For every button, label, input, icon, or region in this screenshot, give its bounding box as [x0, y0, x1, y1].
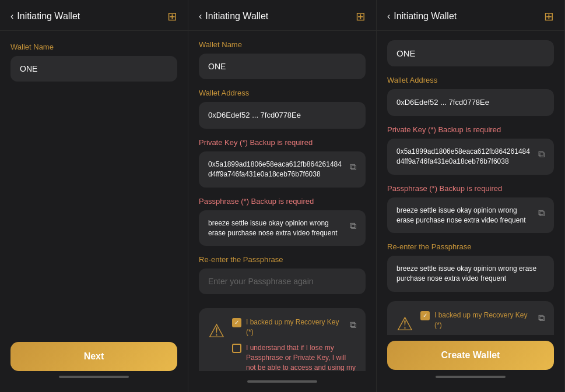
copy-private-key-icon-3[interactable]: ⧉	[538, 148, 545, 161]
passphrase-value-3: breeze settle issue okay opinion wrong e…	[396, 206, 534, 225]
checkbox-text-2: I understand that if I lose my Passphras…	[246, 343, 356, 371]
private-key-field-3: 0x5a1899ad1806e58eaca612fb864261484d4ff9…	[387, 139, 554, 175]
back-button-3[interactable]: ‹ Initiating Wallet	[387, 11, 457, 22]
checkbox-item-1[interactable]: I backed up my Recovery Key (*) ⧉	[232, 317, 356, 337]
panel-3: ‹ Initiating Wallet ⊞ ONE Wallet Address…	[377, 0, 565, 392]
panel-3-content: ONE Wallet Address 0xD6Edef52 ... 7fcd07…	[377, 31, 564, 335]
reenter-label-2: Re-enter the Passphrase	[199, 255, 366, 264]
copy-recovery-icon-3[interactable]: ⧉	[538, 312, 545, 324]
home-indicator-3	[436, 376, 506, 378]
private-key-label-2: Private Key (*) Backup is required	[199, 138, 366, 147]
checkbox-icon-3-1	[420, 311, 430, 320]
warning-icon-3: ⚠	[396, 313, 413, 335]
wallet-address-value-2: 0xD6Edef52 ... 7fcd0778Ee	[208, 110, 301, 121]
wallet-address-field-2: 0xD6Edef52 ... 7fcd0778Ee	[199, 102, 366, 129]
passphrase-field-3: breeze settle issue okay opinion wrong e…	[387, 197, 554, 234]
wallet-address-label-2: Wallet Address	[199, 89, 366, 97]
panel-1-content: Wallet Name ONE	[0, 31, 188, 330]
panel-3-header: ‹ Initiating Wallet ⊞	[377, 0, 564, 31]
reenter-label-3: Re-enter the Passphrase	[387, 242, 554, 251]
wallet-name-label-1: Wallet Name	[10, 43, 177, 51]
panel-3-footer: Create Wallet	[377, 335, 564, 392]
checkbox-list-3: I backed up my Recovery Key (*) ⧉ I unde…	[420, 310, 545, 335]
home-indicator-2	[247, 380, 317, 383]
checkbox-text-3-1: I backed up my Recovery Key (*)	[434, 310, 531, 330]
checkboxes-section-2: ⚠ I backed up my Recovery Key (*) ⧉ I un…	[199, 308, 366, 371]
reenter-field-3: breeze settle issue okay opinion wrong e…	[387, 256, 554, 292]
checkbox-item-3-1[interactable]: I backed up my Recovery Key (*) ⧉	[420, 310, 545, 330]
checkbox-text-1: I backed up my Recovery Key (*)	[246, 317, 343, 337]
panel-1-footer: Next	[0, 330, 188, 392]
back-button-1[interactable]: ‹ Initiating Wallet	[10, 11, 80, 22]
wallet-address-label-3: Wallet Address	[387, 76, 554, 84]
panel-1-header: ‹ Initiating Wallet ⊞	[0, 0, 188, 31]
wallet-name-input-2[interactable]: ONE	[199, 54, 366, 79]
passphrase-value-2: breeze settle issue okay opinion wrong e…	[208, 218, 345, 238]
panel-2: ‹ Initiating Wallet ⊞ Wallet Name ONE Wa…	[188, 0, 377, 392]
header-title-2: Initiating Wallet	[205, 11, 268, 22]
passphrase-label-2: Passphrase (*) Backup is required	[199, 197, 366, 206]
private-key-value-3: 0x5a1899ad1806e58eaca612fb864261484d4ff9…	[396, 147, 534, 167]
header-title-1: Initiating Wallet	[17, 11, 80, 22]
grid-icon-2[interactable]: ⊞	[356, 9, 366, 23]
copy-passphrase-icon-2[interactable]: ⧉	[350, 220, 356, 232]
passphrase-label-3: Passphrase (*) Backup is required	[387, 184, 554, 193]
panel-2-header: ‹ Initiating Wallet ⊞	[188, 0, 376, 31]
wallet-name-label-2: Wallet Name	[199, 40, 366, 49]
panel-1: ‹ Initiating Wallet ⊞ Wallet Name ONE Ne…	[0, 0, 188, 392]
next-button[interactable]: Next	[10, 342, 177, 371]
private-key-value-2: 0x5a1899ad1806e58eaca612fb864261484d4ff9…	[208, 160, 345, 179]
reenter-value-3: breeze settle issue okay opinion wrong e…	[396, 264, 545, 284]
reenter-input-2[interactable]	[199, 269, 366, 294]
create-wallet-button[interactable]: Create Wallet	[387, 341, 554, 370]
panel-2-footer	[188, 371, 376, 392]
wallet-address-field-3: 0xD6Edef52 ... 7fcd0778Ee	[387, 89, 554, 116]
private-key-field-2: 0x5a1899ad1806e58eaca612fb864261484d4ff9…	[199, 151, 366, 188]
header-title-3: Initiating Wallet	[394, 11, 457, 22]
checkbox-icon-1	[232, 318, 241, 327]
back-arrow-icon-3: ‹	[387, 11, 390, 22]
private-key-label-3: Private Key (*) Backup is required	[387, 125, 554, 134]
copy-private-key-icon-2[interactable]: ⧉	[350, 161, 356, 174]
back-arrow-icon-2: ‹	[199, 11, 202, 22]
home-indicator-1	[59, 376, 129, 378]
back-button-2[interactable]: ‹ Initiating Wallet	[199, 11, 268, 22]
copy-passphrase-icon-3[interactable]: ⧉	[538, 207, 545, 220]
passphrase-field-2: breeze settle issue okay opinion wrong e…	[199, 210, 366, 246]
wallet-name-static-3: ONE	[387, 40, 554, 66]
wallet-name-input-1[interactable]: ONE	[10, 56, 177, 82]
grid-icon-3[interactable]: ⊞	[544, 9, 554, 23]
wallet-address-value-3: 0xD6Edef52 ... 7fcd0778Ee	[396, 97, 489, 108]
copy-recovery-icon[interactable]: ⧉	[350, 319, 356, 331]
checkbox-list-2: I backed up my Recovery Key (*) ⧉ I unde…	[232, 317, 356, 371]
grid-icon-1[interactable]: ⊞	[167, 9, 177, 23]
checkboxes-section-3: ⚠ I backed up my Recovery Key (*) ⧉ I un…	[387, 301, 554, 335]
checkbox-item-2[interactable]: I understand that if I lose my Passphras…	[232, 343, 356, 371]
warning-icon-2: ⚠	[208, 320, 225, 342]
checkbox-icon-2	[232, 344, 241, 353]
back-arrow-icon: ‹	[10, 11, 13, 22]
panel-2-content: Wallet Name ONE Wallet Address 0xD6Edef5…	[188, 31, 376, 371]
